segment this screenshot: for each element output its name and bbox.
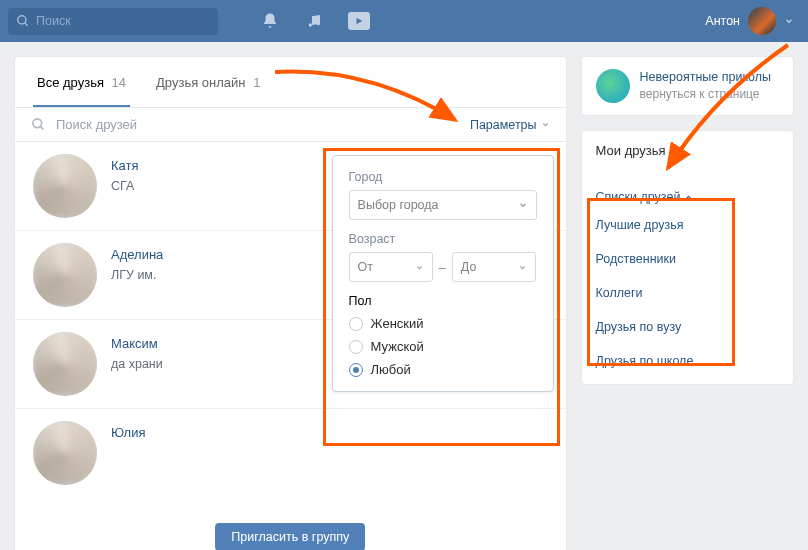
search-input[interactable]: [36, 14, 210, 28]
sidebar: Невероятные приколы вернуться к странице…: [581, 56, 794, 385]
svg-point-0: [18, 16, 26, 24]
chevron-down-icon: [518, 263, 527, 272]
avatar[interactable]: [33, 332, 97, 396]
params-toggle[interactable]: Параметры: [470, 118, 550, 132]
radio-icon: [349, 363, 363, 377]
age-from-select[interactable]: От: [349, 252, 433, 282]
age-to-select[interactable]: До: [452, 252, 536, 282]
svg-line-5: [40, 126, 43, 129]
age-label: Возраст: [349, 232, 537, 246]
bell-icon[interactable]: [260, 11, 280, 31]
friend-lists-toggle[interactable]: Списки друзей: [596, 182, 779, 208]
friends-main: Все друзья 14 Друзья онлайн 1 Параметры …: [14, 56, 567, 550]
sidebar-item[interactable]: Лучшие друзья: [582, 208, 793, 242]
svg-line-1: [25, 23, 28, 26]
chevron-up-icon: [684, 193, 693, 202]
city-label: Город: [349, 170, 537, 184]
tab-online-friends[interactable]: Друзья онлайн 1: [152, 57, 264, 107]
city-select[interactable]: Выбор города: [349, 190, 537, 220]
search-icon: [31, 117, 46, 132]
my-friends-title: Мои друзья: [596, 143, 779, 164]
avatar: [748, 7, 776, 35]
tab-count: 14: [112, 75, 126, 90]
play-icon[interactable]: [348, 12, 370, 30]
promo-back-link[interactable]: вернуться к странице: [640, 87, 771, 101]
avatar[interactable]: [33, 243, 97, 307]
friends-search-row: Параметры: [15, 108, 566, 142]
tab-label: Все друзья: [37, 75, 104, 90]
top-bar: Антон: [0, 0, 808, 42]
friend-subtitle: ЛГУ им.: [111, 268, 163, 282]
sex-male-radio[interactable]: Мужской: [349, 339, 537, 354]
radio-icon: [349, 340, 363, 354]
promo-card: Невероятные приколы вернуться к странице: [581, 56, 794, 116]
radio-icon: [349, 317, 363, 331]
friends-search-input[interactable]: [56, 117, 470, 132]
side-lists-card: Мои друзья Списки друзей Лучшие друзья Р…: [581, 130, 794, 385]
svg-point-3: [317, 22, 320, 25]
avatar[interactable]: [33, 421, 97, 485]
sex-label: Пол: [349, 294, 537, 308]
friend-name-link[interactable]: Катя: [111, 158, 139, 173]
topbar-icons: [260, 11, 370, 31]
sidebar-item[interactable]: Родственники: [582, 242, 793, 276]
params-panel: Город Выбор города Возраст От – До Пол: [332, 155, 554, 392]
tab-count: 1: [253, 75, 260, 90]
friend-name-link[interactable]: Юлия: [111, 425, 145, 440]
music-icon[interactable]: [304, 11, 324, 31]
sex-female-radio[interactable]: Женский: [349, 316, 537, 331]
tab-label: Друзья онлайн: [156, 75, 245, 90]
chevron-down-icon: [541, 120, 550, 129]
friend-name-link[interactable]: Максим: [111, 336, 163, 351]
user-menu[interactable]: Антон: [705, 7, 794, 35]
search-icon: [16, 14, 30, 28]
invite-button[interactable]: Пригласить в группу: [215, 523, 365, 550]
svg-point-2: [309, 23, 312, 26]
list-item: Юлия: [15, 409, 566, 497]
sidebar-item[interactable]: Коллеги: [582, 276, 793, 310]
friend-name-link[interactable]: Аделина: [111, 247, 163, 262]
tabs: Все друзья 14 Друзья онлайн 1: [15, 57, 566, 108]
promo-avatar[interactable]: [596, 69, 630, 103]
age-dash: –: [439, 260, 446, 275]
avatar[interactable]: [33, 154, 97, 218]
friend-subtitle: СГА: [111, 179, 139, 193]
promo-title-link[interactable]: Невероятные приколы: [640, 69, 771, 85]
chevron-down-icon: [415, 263, 424, 272]
params-label: Параметры: [470, 118, 537, 132]
chevron-down-icon: [784, 16, 794, 26]
sidebar-item[interactable]: Друзья по школе: [582, 344, 793, 378]
svg-point-4: [33, 119, 42, 128]
user-name: Антон: [705, 14, 740, 28]
chevron-down-icon: [518, 200, 528, 210]
sex-any-radio[interactable]: Любой: [349, 362, 537, 377]
global-search[interactable]: [8, 8, 218, 35]
tab-all-friends[interactable]: Все друзья 14: [33, 57, 130, 107]
sidebar-item[interactable]: Друзья по вузу: [582, 310, 793, 344]
city-placeholder: Выбор города: [358, 198, 439, 212]
friend-subtitle: да храни: [111, 357, 163, 371]
